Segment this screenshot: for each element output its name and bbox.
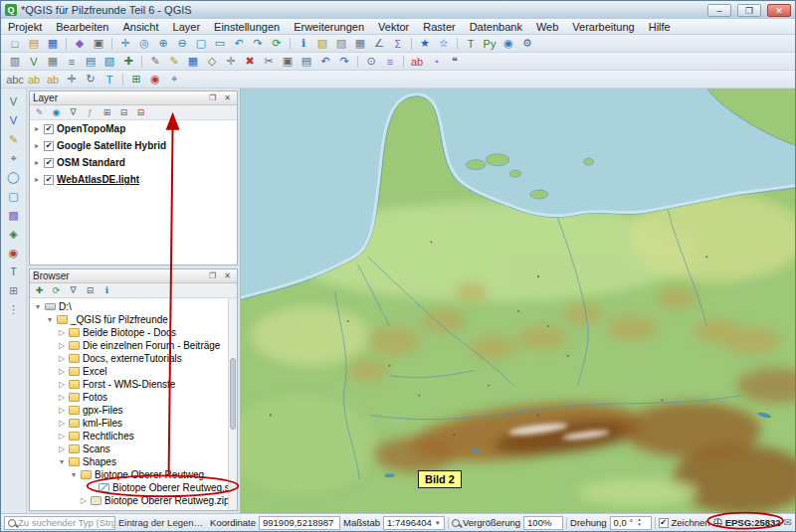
tree-item-qgis-fuer-pilzfreunde[interactable]: ▾ _QGIS für Pilzfreunde (30, 313, 237, 326)
close-panel-icon[interactable]: ✕ (221, 92, 234, 103)
tree-item-beide-biotope-docs[interactable]: ▷ Beide Biotope - Docs (30, 326, 237, 339)
tree-item-biotope-oberer-reutweg-shp[interactable]: Biotope Oberer Reutweg.shp (30, 481, 237, 494)
menu-datenbank[interactable]: Datenbank (463, 20, 529, 34)
filter-expression-icon: ƒ (83, 106, 98, 119)
more-tools-icon: ⋮ (5, 301, 23, 317)
tree-expand-icon[interactable]: ▷ (58, 406, 66, 415)
redo-icon: ↷ (335, 54, 353, 70)
annotation-tool-icon: T (5, 264, 23, 279)
crs-status-button[interactable]: EPSG:25832 (725, 517, 781, 528)
tree-item-rechtliches[interactable]: ▷ Rechtliches (30, 430, 237, 443)
layer-label: WebAtlasDE.light (57, 174, 139, 185)
menu-bearbeiten[interactable]: Bearbeiten (49, 20, 115, 34)
layer-visibility-checkbox[interactable]: ✔ (44, 124, 54, 134)
tree-item-label: Biotope Oberer Reutweg.zip (104, 495, 230, 506)
tree-expand-icon[interactable]: ▾ (34, 302, 42, 311)
menu-raster[interactable]: Raster (416, 20, 462, 34)
map-annotation-label: Bild 2 (418, 470, 462, 488)
expand-layer-icon[interactable]: ▸ (33, 124, 41, 133)
folder-icon (69, 432, 80, 441)
menu-hilfe[interactable]: Hilfe (642, 20, 678, 34)
menu-erweiterungen[interactable]: Erweiterungen (287, 20, 371, 34)
tree-expand-icon[interactable]: ▷ (58, 432, 66, 441)
layer-item-google-satellite-hybrid[interactable]: ▸ ✔ Google Satellite Hybrid (30, 137, 237, 154)
spinner-arrows-icon[interactable]: ▲▼ (637, 518, 641, 527)
menu-einstellungen[interactable]: Einstellungen (207, 20, 287, 34)
tree-expand-icon[interactable]: ▷ (58, 393, 66, 402)
expand-layer-icon[interactable]: ▸ (33, 141, 41, 150)
delete-selected-icon: ✖ (241, 54, 259, 70)
current-edits-icon: ✎ (146, 54, 164, 70)
layer-item-opentopomap[interactable]: ▸ ✔ OpenTopoMap (30, 120, 237, 137)
main-area: VV✎⌖◯▢▩◈◉T⊞⋮ Layer ❐ ✕ ✎◉∇ƒ⊞⊟⊟ ▸ (1, 89, 795, 513)
layer-visibility-checkbox[interactable]: ✔ (44, 158, 54, 168)
magnifier-spinbox[interactable]: 100% (523, 516, 563, 530)
tree-expand-icon[interactable]: ▾ (58, 457, 66, 466)
tree-item-biotope-oberer-reutweg[interactable]: ▾ Biotope Oberer Reutweg (30, 468, 237, 481)
float-panel-icon[interactable]: ❐ (206, 270, 219, 281)
tree-expand-icon[interactable]: ▷ (58, 419, 66, 428)
tree-item-label: Fotos (83, 392, 107, 403)
menu-verarbeitung[interactable]: Verarbeitung (565, 20, 641, 34)
expand-layer-icon[interactable]: ▸ (33, 175, 41, 184)
tree-expand-icon[interactable]: ▷ (58, 341, 66, 350)
expand-layer-icon[interactable]: ▸ (33, 158, 41, 167)
close-panel-icon[interactable]: ✕ (221, 270, 234, 281)
zoom-full-icon: ▢ (192, 36, 210, 52)
tree-item-drive-d[interactable]: ▾ D:\ (30, 300, 237, 313)
scrollbar-thumb[interactable] (230, 358, 236, 430)
render-checkbox[interactable]: ✔ (659, 518, 669, 528)
menu-projekt[interactable]: Projekt (1, 20, 49, 34)
data-source-manager-icon: ▥ (6, 54, 24, 70)
statistics-icon: Σ (389, 36, 407, 52)
tree-item-gpx-files[interactable]: ▷ gpx-Files (30, 404, 237, 417)
maximize-button[interactable]: ❐ (737, 4, 761, 17)
layer-item-webatlasde-light[interactable]: ▸ ✔ WebAtlasDE.light (30, 171, 237, 188)
layer-visibility-checkbox[interactable]: ✔ (44, 141, 54, 151)
menu-ansicht[interactable]: Ansicht (115, 20, 165, 34)
tree-expand-icon[interactable]: ▷ (58, 367, 66, 376)
map-canvas[interactable]: Bild 2 (240, 89, 795, 513)
browser-collapse-all-icon: ⊟ (83, 284, 98, 297)
tree-expand-icon[interactable]: ▷ (80, 496, 88, 505)
add-raster-layer-icon: ▦ (44, 54, 62, 70)
tree-item-scans[interactable]: ▷ Scans (30, 443, 237, 455)
coordinate-input[interactable]: 991909,5218987 (259, 516, 340, 530)
tree-item-fotos[interactable]: ▷ Fotos (30, 391, 237, 404)
tree-item-kml-files[interactable]: ▷ kml-Files (30, 417, 237, 430)
tree-expand-icon[interactable]: ▷ (58, 328, 66, 337)
tree-item-shapes[interactable]: ▾ Shapes (30, 455, 237, 468)
log-messages-icon[interactable]: ✉ (784, 517, 792, 528)
tree-item-label: gpx-Files (83, 405, 123, 416)
render-label: Zeichnen (672, 517, 710, 528)
search-placeholder: Zu suchender Typ (Strg+K) (18, 517, 115, 528)
tree-expand-icon[interactable]: ▷ (58, 354, 66, 363)
tree-item-forst-wms-dienste[interactable]: ▷ Forst - WMS-Dienste (30, 378, 237, 391)
tree-item-excel[interactable]: ▷ Excel (30, 365, 237, 378)
tree-item-docs-externe-tutorials[interactable]: ▷ Docs, externeTutorials (30, 352, 237, 365)
tree-expand-icon[interactable]: ▾ (70, 470, 78, 479)
browser-tree: ▾ D:\ ▾ _QGIS für Pilzfreunde (30, 298, 237, 510)
deselect-features-icon: ▨ (332, 36, 350, 52)
tree-expand-icon[interactable]: ▷ (58, 444, 66, 453)
menu-web[interactable]: Web (529, 20, 565, 34)
close-button[interactable]: ✕ (767, 4, 791, 17)
tree-item-biotope-oberer-reutweg-zip[interactable]: ▷ Biotope Oberer Reutweg.zip (30, 494, 237, 507)
layer-item-osm-standard[interactable]: ▸ ✔ OSM Standard (30, 154, 237, 171)
paste-features-icon: ▤ (298, 54, 315, 70)
locator-search-input[interactable]: Zu suchender Typ (Strg+K) (4, 516, 115, 530)
tree-item-forum-beitraege[interactable]: ▷ Die einzelnen Forum - Beiträge (30, 339, 237, 352)
rotation-spinbox[interactable]: 0,0 ° ▲▼ (610, 516, 652, 530)
modify-attributes-icon: ≡ (381, 54, 399, 70)
minimize-button[interactable]: – (707, 4, 731, 17)
layer-visibility-checkbox[interactable]: ✔ (44, 175, 54, 185)
scale-combobox[interactable]: 1:7496404 ▾ (383, 516, 445, 530)
menu-layer[interactable]: Layer (166, 20, 208, 34)
tree-expand-icon[interactable]: ▷ (58, 380, 66, 389)
browser-scrollbar[interactable] (228, 298, 237, 510)
tree-expand-icon[interactable]: ▾ (46, 315, 54, 324)
layer-panel: Layer ❐ ✕ ✎◉∇ƒ⊞⊟⊟ ▸ ✔ OpenTopoMap (29, 90, 238, 266)
menu-vektor[interactable]: Vektor (371, 20, 416, 34)
save-project-icon: ▦ (44, 36, 62, 52)
float-panel-icon[interactable]: ❐ (206, 92, 219, 103)
